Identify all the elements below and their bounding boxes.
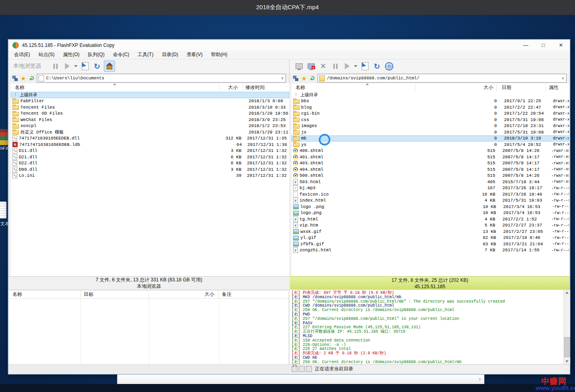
refresh-icon[interactable]: ↻ (92, 61, 102, 71)
file-row[interactable]: evip.htm5 KB2017/2/27 23:37-rw-r--r-- (292, 222, 569, 229)
scroll-up-icon[interactable] (565, 291, 569, 294)
file-row[interactable]: cgi-bin02017/1/22 20:54drwxr-xr-x (292, 111, 569, 117)
file-row[interactable]: 401.shtml5152007/5/8 14:17-rwxr-xr-x (292, 154, 569, 160)
play-icon[interactable] (342, 61, 352, 71)
disconnect-icon[interactable]: x (306, 61, 316, 71)
queue-column-size[interactable]: 大小 (149, 291, 219, 298)
menu-item-1[interactable]: 站点(S) (38, 51, 55, 58)
file-row[interactable]: ys02017/5/4 20:52drwxr-xr-x (292, 141, 569, 148)
sites-icon[interactable] (292, 75, 299, 81)
pause-icon[interactable] (330, 61, 340, 71)
menu-item-7[interactable]: 查看(V) (186, 51, 202, 58)
play-dropdown-icon[interactable] (354, 65, 357, 67)
chevron-down-icon[interactable]: ∨ (560, 74, 566, 82)
file-row[interactable]: 404.shtml5152007/5/8 14:17-rwxr-xr-x (292, 166, 569, 173)
file-row[interactable]: yl.gif62 KB2017/2/19 0:40-rw-r--r-- (292, 235, 569, 241)
file-row[interactable]: eindex.html4 KB2017/5/31 19:03-rw-r--r-- (292, 198, 569, 204)
column-header-name[interactable]: 名称 (292, 83, 415, 92)
column-header-attr[interactable]: 属性 (546, 83, 569, 92)
remote-path-input[interactable]: /domains/svip88888.com/public_html/ ∨ (318, 74, 567, 83)
file-row[interactable]: favicon.ico16 KB2017/3/26 19:40-rw-r--r-… (292, 191, 569, 198)
queue-list[interactable] (8, 299, 289, 364)
home-icon[interactable] (104, 61, 115, 72)
file-row[interactable]: D21.dll6 KB2017/12/31 1:32 (11, 154, 289, 160)
transfer-icon[interactable] (80, 61, 90, 71)
queue-hscrollbar[interactable] (8, 364, 290, 374)
local-path-input[interactable]: C:\Users\liu\Documents ∨ (37, 74, 286, 83)
file-row[interactable]: ↑上级目录 (11, 92, 289, 98)
file-row[interactable]: xoxcpl2018/1/2 23:53 (11, 123, 289, 129)
file-row[interactable]: e503.html4952015/7/19 3:44-rwxr-xr-x (292, 179, 569, 185)
local-browser-tab[interactable]: 本地浏览器 (8, 283, 290, 290)
file-row[interactable]: D22.dll6 KB2017/12/31 1:32 (11, 160, 289, 167)
file-row[interactable]: 74717471639165EEDEB.dll312 KB2017/12/31 … (11, 135, 289, 142)
favorites-star-icon[interactable]: ★ (20, 75, 26, 81)
close-button[interactable]: ✕ (552, 40, 570, 51)
column-header-date[interactable]: 日期 (497, 83, 546, 92)
play-dropdown-icon[interactable] (74, 65, 77, 67)
up-directory-icon[interactable]: ↻ (309, 75, 316, 81)
file-row[interactable]: images02017/2/18 23:31drwxr-xr-x (292, 123, 569, 129)
file-row[interactable]: logo .png10 KB2017/3/4 16:53-rw-r--r-- (292, 204, 569, 210)
abort-icon[interactable]: × (318, 61, 328, 71)
log-scrollbar[interactable] (563, 290, 570, 364)
file-row[interactable]: etg.html4 KB2017/2/2 1:52-rw-r--r-- (292, 216, 569, 222)
favorites-star-icon[interactable]: ★ (301, 75, 307, 81)
connect-icon[interactable] (294, 61, 304, 71)
up-directory-icon[interactable]: ↻ (28, 75, 35, 81)
file-row[interactable]: zfbfk.gif63 KB2017/3/21 21:04-rw-r--r-- (292, 241, 569, 247)
file-row[interactable]: js02017/5/31 19:08drwxr-xr-x (292, 129, 569, 135)
queue-column-target[interactable]: 目标 (81, 291, 149, 298)
resize-grip[interactable]: ⋰ (565, 367, 569, 371)
maximize-button[interactable]: □ (535, 40, 552, 51)
menu-item-5[interactable]: 工具(T) (138, 51, 153, 58)
file-row[interactable]: ezongzhi.html7 KB2017/1/14 1:55-rw-r--r-… (292, 247, 569, 254)
column-header-modified[interactable]: 修改时间 (243, 83, 289, 92)
file-row[interactable]: Tencent OD Files2018/1/29 19:56 (11, 111, 289, 117)
scroll-thumb[interactable] (564, 337, 570, 357)
file-row[interactable]: Lo.ini392017/12/31 1:32 (11, 173, 289, 179)
file-row[interactable]: bbs02017/9/1 22:25drwxr-xr-x (292, 98, 569, 105)
log-panel[interactable]: [右] 列表完成: 897 字节 于 0.18 秒 (0.9 KB/秒)[右] … (290, 290, 570, 364)
file-row[interactable]: 403.shtml5152007/5/8 14:17-rwxr-xr-x (292, 160, 569, 167)
play-icon[interactable] (62, 61, 73, 71)
chevron-down-icon[interactable]: ∨ (279, 74, 285, 82)
scroll-down-icon[interactable] (565, 360, 569, 363)
menu-item-0[interactable]: 会话(E) (14, 51, 30, 58)
file-row[interactable]: WeChat Files2018/3/9 23:25 (11, 117, 289, 123)
queue-column-name[interactable]: 名称 (8, 291, 81, 298)
globe-icon[interactable] (384, 61, 394, 71)
file-row[interactable]: 400.shtml5152007/5/8 14:26-rwxr-xr-x (292, 148, 569, 154)
desktop-flashfxp-icon[interactable] (0, 129, 8, 145)
file-row[interactable]: ♪bj.mp31672017/3/26 19:17-rw-r--r-- (292, 185, 569, 192)
file-row[interactable]: ↑上级目录 (292, 92, 569, 98)
file-row[interactable]: wxsk.gif13 KB2017/2/27 23:05-rw-r--r-- (292, 228, 569, 235)
minimize-button[interactable]: — (517, 40, 535, 51)
transfer-icon[interactable] (360, 61, 370, 71)
menu-item-2[interactable]: 属性(O) (63, 51, 79, 58)
column-header-name[interactable]: 名称 (11, 83, 220, 92)
chevron-down-icon[interactable]: ∨ (478, 378, 482, 381)
file-row[interactable]: Tencent Files2018/3/10 0:33 (11, 104, 289, 111)
file-row[interactable]: css02017/5/31 19:08drwxr-xr-x (292, 117, 569, 123)
menu-item-4[interactable]: 命令(C) (113, 51, 130, 58)
file-row[interactable]: blog02017/2/2 22:47drwxr-xr-x (292, 104, 569, 111)
menu-item-6[interactable]: 目录(D) (162, 51, 178, 58)
sites-icon[interactable] (12, 75, 18, 81)
menu-item-3[interactable]: 队列(Q) (88, 51, 104, 58)
column-header-size[interactable]: 大小 (220, 83, 243, 92)
file-row[interactable]: D11.dll3 KB2017/12/31 1:32 (11, 148, 289, 154)
queue-column-note[interactable]: 备注 (219, 291, 289, 298)
file-row[interactable]: A74717471639165EEDEB.ldb642017/12/31 1:3… (11, 141, 289, 148)
file-row[interactable]: mb02018/3/10 3:10drwxr-xr-x (292, 135, 569, 142)
file-row[interactable]: FabFilter2018/1/3 0:09 (11, 98, 289, 105)
refresh-icon[interactable]: ↻ (372, 61, 382, 71)
file-row[interactable]: 自定义 Office 模板2018/1/29 23:11 (11, 129, 289, 135)
window-titlebar[interactable]: 45.125.51.185 - FlashFXP Evaluation Copy… (8, 40, 570, 51)
menu-item-8[interactable]: 帮助(H) (211, 51, 227, 58)
pause-icon[interactable] (50, 61, 61, 71)
file-row[interactable]: D99.dll3 KB2017/12/31 1:32 (11, 166, 289, 173)
file-row[interactable]: logo.png10 KB2017/3/4 16:53-rw-r--r-- (292, 210, 569, 216)
column-header-size[interactable]: 大小 (415, 83, 497, 92)
file-row[interactable]: 500.shtml5152007/5/8 14:26-rwxr-xr-x (292, 173, 569, 179)
